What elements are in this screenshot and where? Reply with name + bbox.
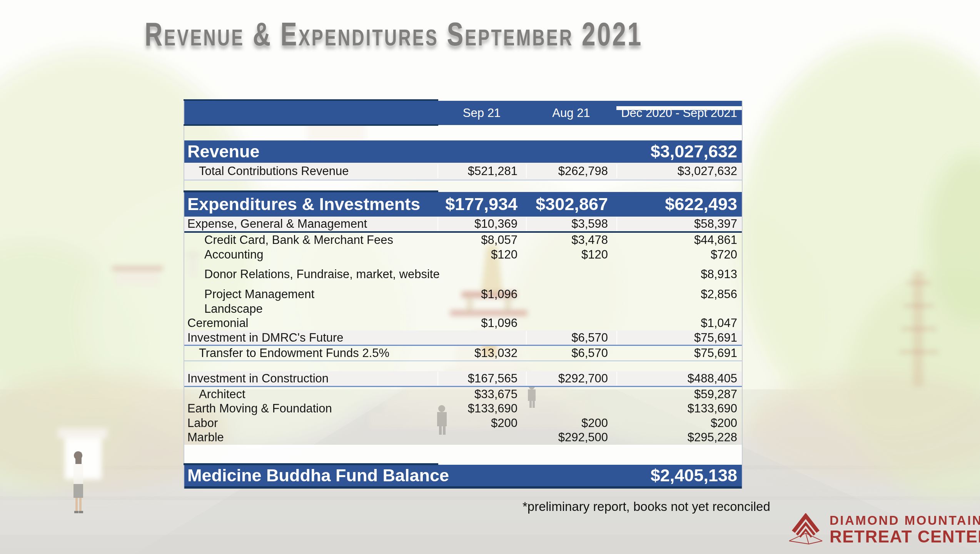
row-label: Ceremonial xyxy=(184,316,437,330)
cell-sep: $10,369 xyxy=(437,217,526,231)
header-col-sep21: Sep 21 xyxy=(437,106,526,120)
logo-line1: DIAMOND MOUNTAIN xyxy=(830,513,980,528)
cell-aug: $120 xyxy=(526,248,616,262)
row-label: Marble xyxy=(184,431,437,444)
table-row: Total Contributions Revenue$521,281$262,… xyxy=(184,163,742,180)
table-spacer-row xyxy=(184,361,742,371)
header-col-aug21: Aug 21 xyxy=(526,106,616,120)
cell-aug: $200 xyxy=(526,416,616,430)
slide-canvas: Revenue & Expenditures September 2021 Se… xyxy=(0,0,980,554)
cell-aug: $292,700 xyxy=(526,372,616,385)
row-label: Medicine Buddha Fund Balance xyxy=(184,466,437,486)
cell-ytd: $75,691 xyxy=(616,346,742,360)
table-row: Revenue$3,027,632 xyxy=(184,140,742,163)
table-spacer-row xyxy=(184,125,742,140)
table-header-row: Sep 21 Aug 21 Dec 2020 - Sept 2021 xyxy=(184,101,742,125)
row-label: Total Contributions Revenue xyxy=(184,164,437,178)
cell-sep: $13,032 xyxy=(437,346,526,360)
table-row: Earth Moving & Foundation$133,690$133,69… xyxy=(184,401,742,416)
table-row: Marble$292,500$295,228 xyxy=(184,430,742,445)
row-label: Expenditures & Investments xyxy=(184,194,437,214)
table-spacer-row xyxy=(184,282,742,287)
cell-ytd: $488,405 xyxy=(616,372,742,385)
table-row: Ceremonial$1,096$1,047 xyxy=(184,316,742,330)
row-label: Labor xyxy=(184,416,437,430)
table-row: Expenditures & Investments$177,934$302,8… xyxy=(184,192,742,217)
cell-aug: $292,500 xyxy=(526,431,616,444)
footnote: *preliminary report, books not yet recon… xyxy=(523,499,770,514)
cell-ytd: $59,287 xyxy=(616,387,742,401)
table-row: Credit Card, Bank & Merchant Fees$8,057$… xyxy=(184,233,742,247)
table-row: Transfer to Endowment Funds 2.5%$13,032$… xyxy=(184,346,742,361)
row-label: Donor Relations, Fundraise, market, webs… xyxy=(184,267,437,281)
logo-mountain-icon xyxy=(788,513,823,545)
cell-ytd: $2,405,138 xyxy=(616,466,742,486)
cell-ytd: $720 xyxy=(616,248,742,262)
cell-ytd: $3,027,632 xyxy=(616,142,742,162)
row-label: Accounting xyxy=(184,248,437,262)
table-row: Investment in DMRC's Future$6,570$75,691 xyxy=(184,330,742,346)
cell-sep: $33,675 xyxy=(437,387,526,401)
row-label: Transfer to Endowment Funds 2.5% xyxy=(184,346,437,360)
cell-sep: $167,565 xyxy=(437,372,526,385)
logo-line2: RETREAT CENTER xyxy=(830,527,980,546)
financial-table: Sep 21 Aug 21 Dec 2020 - Sept 2021 Reven… xyxy=(184,101,743,489)
logo: DIAMOND MOUNTAIN RETREAT CENTER xyxy=(788,513,980,546)
row-label: Landscape xyxy=(184,302,437,316)
cell-aug: $302,867 xyxy=(526,194,616,214)
table-body: Revenue$3,027,632Total Contributions Rev… xyxy=(184,125,742,489)
cell-sep: $177,934 xyxy=(437,194,526,214)
table-row: Project Management$1,096$2,856 xyxy=(184,287,742,302)
cell-ytd: $133,690 xyxy=(616,402,742,416)
cell-aug: $3,598 xyxy=(526,217,616,231)
table-row: Labor$200$200$200 xyxy=(184,416,742,430)
page-title: Revenue & Expenditures September 2021 xyxy=(145,15,643,53)
row-label: Credit Card, Bank & Merchant Fees xyxy=(184,233,437,247)
row-label: Project Management xyxy=(184,287,437,301)
cell-sep: $521,281 xyxy=(437,164,526,178)
row-label: Expense, General & Management xyxy=(184,217,437,231)
table-row: Donor Relations, Fundraise, market, webs… xyxy=(184,266,742,282)
row-label: Architect xyxy=(184,387,437,401)
row-label: Revenue xyxy=(184,142,437,162)
cell-ytd: $1,047 xyxy=(616,316,742,330)
row-label: Investment in DMRC's Future xyxy=(184,331,437,345)
cell-ytd: $295,228 xyxy=(616,431,742,444)
cell-sep: $1,096 xyxy=(437,316,526,330)
cell-ytd: $622,493 xyxy=(616,194,742,214)
table-row: Accounting$120$120$720 xyxy=(184,247,742,262)
cell-aug: $262,798 xyxy=(526,164,616,178)
cell-ytd: $3,027,632 xyxy=(616,164,742,178)
logo-text: DIAMOND MOUNTAIN RETREAT CENTER xyxy=(830,513,980,546)
cell-ytd: $200 xyxy=(616,416,742,430)
cell-aug: $6,570 xyxy=(526,331,616,345)
cell-sep: $1,096 xyxy=(437,287,526,301)
header-col-ytd: Dec 2020 - Sept 2021 xyxy=(616,106,742,120)
table-spacer-row xyxy=(184,445,742,465)
table-row: Expense, General & Management$10,369$3,5… xyxy=(184,217,742,233)
cell-ytd: $58,397 xyxy=(616,217,742,231)
table-row: Architect$33,675$59,287 xyxy=(184,387,742,401)
cell-ytd: $2,856 xyxy=(616,287,742,301)
cell-sep: $133,690 xyxy=(437,402,526,416)
cell-sep: $200 xyxy=(437,416,526,430)
row-label: Earth Moving & Foundation xyxy=(184,402,437,416)
table-spacer-row xyxy=(184,262,742,266)
cell-ytd: $75,691 xyxy=(616,331,742,345)
cell-ytd: $8,913 xyxy=(616,267,742,281)
table-row: Landscape xyxy=(184,302,742,316)
row-label: Investment in Construction xyxy=(184,372,437,385)
table-row: Investment in Construction$167,565$292,7… xyxy=(184,371,742,387)
cell-sep: $8,057 xyxy=(437,233,526,247)
cell-sep: $120 xyxy=(437,248,526,262)
table-row: Medicine Buddha Fund Balance$2,405,138 xyxy=(184,465,742,489)
cell-aug: $6,570 xyxy=(526,346,616,360)
cell-ytd: $44,861 xyxy=(616,233,742,247)
cell-aug: $3,478 xyxy=(526,233,616,247)
